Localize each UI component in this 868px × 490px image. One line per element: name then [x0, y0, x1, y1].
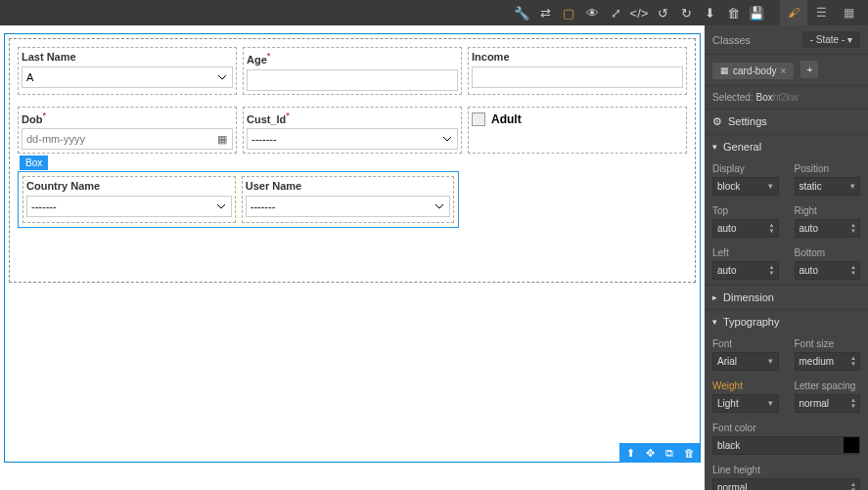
- letter-spacing-label: Letter spacing: [795, 380, 861, 391]
- expand-icon[interactable]: ⤢: [604, 1, 627, 24]
- save-icon[interactable]: 💾: [745, 1, 768, 24]
- settings-section[interactable]: ⚙ Settings: [705, 109, 868, 134]
- top-toolbar: 🔧 ⇄ ▢ 👁 ⤢ </> ↺ ↻ ⬇ 🗑 💾 🖌 ☰ ▦: [0, 0, 868, 25]
- spinner-icon[interactable]: ▲▼: [847, 397, 859, 409]
- trash-icon[interactable]: 🗑: [721, 1, 745, 24]
- color-swatch[interactable]: [844, 437, 859, 453]
- font-size-label: Font size: [795, 338, 861, 349]
- form-row-2: Dob* ▦ Cust_Id* ------- Adult: [18, 107, 687, 155]
- general-section[interactable]: ▾ General: [705, 134, 868, 158]
- cust-id-select[interactable]: -------: [247, 128, 458, 150]
- field-last-name[interactable]: Last Name A: [18, 47, 237, 95]
- last-name-label: Last Name: [22, 51, 233, 63]
- move-icon[interactable]: ✥: [641, 445, 659, 461]
- adult-checkbox[interactable]: [472, 112, 485, 126]
- download-icon[interactable]: ⬇: [698, 1, 721, 24]
- letter-spacing-input[interactable]: [796, 395, 848, 412]
- class-tags-row: ▦ card-body × +: [705, 55, 868, 86]
- selected-wrapper[interactable]: Last Name A Age* Income Dob*: [4, 33, 701, 463]
- layout-icon: ▦: [720, 66, 729, 75]
- brush-tab-icon[interactable]: 🖌: [780, 0, 807, 25]
- field-cust-id[interactable]: Cust_Id* -------: [243, 107, 462, 155]
- income-input[interactable]: [472, 67, 683, 88]
- redo-icon[interactable]: ↻: [674, 1, 698, 24]
- position-input[interactable]: [796, 178, 846, 195]
- spinner-icon[interactable]: ▲▼: [766, 222, 778, 234]
- field-dob[interactable]: Dob* ▦: [18, 107, 237, 155]
- left-input[interactable]: [713, 262, 766, 279]
- line-height-input[interactable]: [713, 479, 847, 491]
- general-props: Display ▾ Position ▾ Top ▲▼ Right ▲▼ Lef…: [705, 158, 868, 285]
- canvas-area[interactable]: Last Name A Age* Income Dob*: [0, 25, 705, 490]
- display-label: Display: [712, 163, 779, 174]
- caret-down-icon: ▾: [712, 317, 717, 327]
- top-input[interactable]: [713, 220, 766, 237]
- display-input[interactable]: [713, 178, 764, 195]
- spinner-icon[interactable]: ▲▼: [847, 264, 859, 276]
- right-input[interactable]: [796, 220, 848, 237]
- chevron-down-icon[interactable]: ▾: [845, 181, 859, 191]
- card-body[interactable]: Last Name A Age* Income Dob*: [9, 38, 696, 283]
- font-color-input[interactable]: [713, 437, 844, 454]
- country-select[interactable]: -------: [26, 196, 232, 217]
- position-label: Position: [795, 163, 861, 174]
- field-country[interactable]: Country Name -------: [23, 176, 236, 223]
- selected-box[interactable]: Country Name ------- User Name -------: [18, 171, 459, 228]
- font-color-label: Font color: [712, 423, 860, 433]
- chevron-down-icon[interactable]: ▾: [764, 181, 778, 191]
- wrench-icon[interactable]: 🔧: [510, 1, 533, 24]
- font-size-input[interactable]: [796, 353, 848, 370]
- field-username[interactable]: User Name -------: [242, 176, 455, 223]
- font-label: Font: [712, 338, 779, 349]
- square-icon[interactable]: ▢: [557, 1, 580, 24]
- delete-icon[interactable]: 🗑: [680, 445, 698, 461]
- field-income[interactable]: Income: [468, 47, 687, 95]
- swap-icon[interactable]: ⇄: [533, 1, 557, 24]
- eye-icon[interactable]: 👁: [580, 1, 604, 24]
- form-row-1: Last Name A Age* Income: [18, 47, 687, 95]
- last-name-select[interactable]: A: [22, 67, 233, 88]
- age-input[interactable]: [247, 69, 458, 91]
- dob-label: Dob*: [22, 111, 233, 125]
- move-up-icon[interactable]: ⬆: [621, 445, 639, 461]
- undo-icon[interactable]: ↺: [651, 1, 674, 24]
- state-dropdown[interactable]: - State - ▾: [802, 31, 860, 48]
- copy-icon[interactable]: ⧉: [661, 445, 678, 461]
- gear-icon: ⚙: [712, 115, 722, 128]
- dob-input[interactable]: [22, 128, 233, 150]
- caret-down-icon: ▾: [712, 142, 717, 152]
- spinner-icon[interactable]: ▲▼: [847, 222, 859, 234]
- dimension-section[interactable]: ▸ Dimension: [705, 285, 868, 309]
- country-label: Country Name: [26, 180, 232, 192]
- grid-tab-icon[interactable]: ▦: [835, 0, 862, 25]
- classes-label: Classes: [712, 34, 751, 46]
- bottom-input[interactable]: [796, 262, 848, 279]
- username-label: User Name: [246, 180, 451, 192]
- chevron-down-icon[interactable]: ▾: [764, 398, 778, 408]
- font-input[interactable]: [713, 353, 764, 370]
- spinner-icon[interactable]: ▲▼: [847, 481, 859, 490]
- add-class-button[interactable]: +: [800, 61, 818, 78]
- calendar-icon[interactable]: ▦: [217, 133, 227, 146]
- username-select[interactable]: -------: [246, 196, 451, 217]
- left-label: Left: [712, 247, 779, 258]
- menu-tab-icon[interactable]: ☰: [807, 0, 835, 25]
- line-height-label: Line height: [712, 465, 860, 475]
- spinner-icon[interactable]: ▲▼: [766, 264, 778, 276]
- chevron-down-icon[interactable]: ▾: [764, 356, 778, 366]
- class-chip[interactable]: ▦ card-body ×: [712, 63, 794, 79]
- selection-toolbar: ⬆ ✥ ⧉ 🗑: [619, 443, 700, 463]
- weight-label: Weight: [712, 380, 779, 391]
- box-tag[interactable]: Box: [20, 156, 48, 170]
- typography-section[interactable]: ▾ Typography: [705, 309, 868, 334]
- toolbar-tools: 🔧 ⇄ ▢ 👁 ⤢ </> ↺ ↻ ⬇ 🗑 💾: [510, 1, 768, 24]
- spinner-icon[interactable]: ▲▼: [847, 355, 859, 367]
- cust-id-label: Cust_Id*: [247, 111, 458, 125]
- code-icon[interactable]: </>: [627, 1, 651, 24]
- remove-class-icon[interactable]: ×: [780, 66, 786, 76]
- weight-input[interactable]: [713, 395, 764, 412]
- selected-indicator: Selected: Boxht2kw: [705, 86, 868, 109]
- field-adult[interactable]: Adult: [468, 107, 687, 155]
- right-label: Right: [795, 205, 861, 216]
- field-age[interactable]: Age*: [243, 47, 462, 95]
